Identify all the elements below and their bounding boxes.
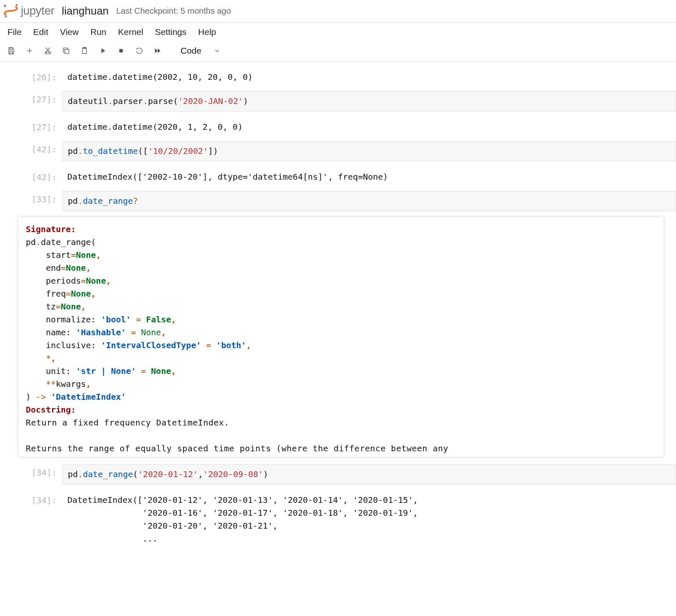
prompt: [33]:	[0, 191, 62, 211]
toolbar: Code	[0, 42, 676, 62]
add-cell-icon[interactable]	[22, 45, 37, 57]
paste-icon[interactable]	[77, 45, 92, 57]
stop-icon[interactable]	[114, 45, 128, 57]
menu-help[interactable]: Help	[198, 27, 216, 37]
svg-marker-16	[102, 48, 105, 53]
menu-file[interactable]: File	[7, 27, 22, 37]
input-cell-27[interactable]: [27]: dateutil.parser.parse('2020-JAN-02…	[0, 89, 676, 113]
menu-settings[interactable]: Settings	[155, 27, 186, 37]
cell-type-label: Code	[181, 46, 201, 56]
prompt: [42]:	[0, 169, 62, 183]
prompt: [27]:	[0, 91, 62, 111]
notebook-area: [26]: datetime.datetime(2002, 10, 20, 0,…	[0, 62, 676, 547]
menu-bar: File Edit View Run Kernel Settings Help	[0, 23, 676, 42]
svg-rect-17	[119, 49, 123, 52]
jupyter-brand: jupyter	[21, 4, 54, 17]
run-icon[interactable]	[96, 45, 110, 57]
menu-kernel[interactable]: Kernel	[118, 27, 144, 37]
output-text: datetime.datetime(2002, 10, 20, 0, 0)	[62, 69, 676, 84]
prompt: [42]:	[0, 141, 62, 161]
code-input[interactable]: pd.date_range?	[68, 195, 671, 208]
notebook-filename[interactable]: lianghuan	[62, 5, 109, 17]
help-content: Signature: pd.date_range( start=None, en…	[26, 223, 656, 455]
svg-point-10	[49, 52, 51, 54]
svg-marker-18	[155, 48, 158, 53]
copy-icon[interactable]	[59, 45, 73, 57]
cell-type-select[interactable]: Code	[175, 45, 226, 57]
menu-view[interactable]: View	[60, 27, 79, 37]
input-cell-34[interactable]: [34]: pd.date_range('2020-01-12','2020-0…	[0, 463, 676, 486]
prompt: [27]:	[0, 119, 62, 134]
svg-marker-19	[158, 48, 161, 53]
output-text: DatetimeIndex(['2002-10-20'], dtype='dat…	[62, 169, 676, 183]
input-cell-42[interactable]: [42]: pd.to_datetime(['10/20/2002'])	[0, 139, 676, 163]
chevron-down-icon	[214, 47, 220, 54]
svg-point-3	[16, 4, 17, 6]
jupyter-logo: jupyter	[2, 2, 54, 19]
svg-point-1	[5, 11, 17, 16]
svg-line-11	[47, 48, 50, 52]
checkpoint-label: Last Checkpoint: 5 months ago	[116, 6, 231, 16]
svg-rect-13	[65, 49, 69, 54]
menu-run[interactable]: Run	[90, 27, 106, 37]
output-cell-26: [26]: datetime.datetime(2002, 10, 20, 0,…	[0, 67, 676, 85]
cut-icon[interactable]	[41, 45, 55, 57]
input-cell-33[interactable]: [33]: pd.date_range?	[0, 189, 676, 213]
output-text: datetime.datetime(2020, 1, 2, 0, 0)	[62, 119, 676, 134]
menu-edit[interactable]: Edit	[33, 27, 48, 37]
help-panel[interactable]: Signature: pd.date_range( start=None, en…	[18, 217, 664, 457]
prompt: [34]:	[0, 464, 62, 485]
code-input[interactable]: pd.to_datetime(['10/20/2002'])	[68, 145, 671, 158]
save-icon[interactable]	[4, 45, 18, 57]
code-input[interactable]: dateutil.parser.parse('2020-JAN-02')	[68, 95, 671, 108]
output-text: DatetimeIndex(['2020-01-12', '2020-01-13…	[62, 492, 676, 545]
prompt: [26]:	[0, 69, 62, 84]
svg-point-9	[45, 52, 47, 54]
app-header: jupyter lianghuan Last Checkpoint: 5 mon…	[0, 0, 676, 23]
svg-point-4	[5, 15, 7, 18]
output-cell-27: [27]: datetime.datetime(2020, 1, 2, 0, 0…	[0, 117, 676, 135]
svg-rect-5	[10, 48, 12, 49]
svg-point-2	[4, 5, 6, 7]
svg-rect-6	[10, 51, 13, 54]
output-cell-42: [42]: DatetimeIndex(['2002-10-20'], dtyp…	[0, 167, 676, 185]
code-input[interactable]: pd.date_range('2020-01-12','2020-09-08')	[68, 468, 671, 481]
svg-line-12	[46, 48, 49, 52]
output-cell-34: [34]: DatetimeIndex(['2020-01-12', '2020…	[0, 490, 676, 547]
restart-icon[interactable]	[132, 45, 146, 57]
restart-run-icon[interactable]	[151, 45, 165, 57]
prompt: [34]:	[0, 492, 62, 545]
